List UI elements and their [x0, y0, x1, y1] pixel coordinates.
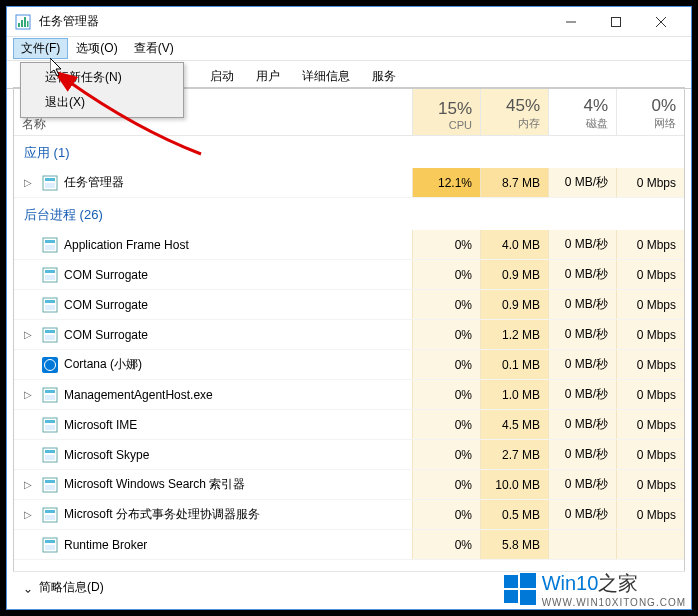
menu-view[interactable]: 查看(V) [126, 38, 182, 59]
cortana-icon [42, 357, 58, 373]
process-name: Application Frame Host [64, 238, 189, 252]
table-row[interactable]: ▷COM Surrogate0%1.2 MB0 MB/秒0 Mbps [14, 320, 684, 350]
tab-details[interactable]: 详细信息 [291, 63, 361, 89]
table-row[interactable]: ▷COM Surrogate0%0.9 MB0 MB/秒0 Mbps [14, 260, 684, 290]
cell-cpu: 0% [412, 470, 480, 499]
chevron-up-icon[interactable]: ⌃ [23, 581, 33, 595]
svg-rect-23 [45, 335, 55, 340]
tab-startup[interactable]: 启动 [199, 63, 245, 89]
cell-cpu: 0% [412, 320, 480, 349]
app-icon [42, 477, 58, 493]
table-row[interactable]: ▷Cortana (小娜)0%0.1 MB0 MB/秒0 Mbps [14, 350, 684, 380]
cell-net: 0 Mbps [616, 350, 684, 379]
svg-rect-22 [45, 330, 55, 333]
chevron-right-icon[interactable]: ▷ [24, 389, 36, 400]
col-disk-header[interactable]: 4% 磁盘 [548, 88, 616, 135]
svg-rect-14 [45, 245, 55, 250]
app-icon [42, 537, 58, 553]
app-icon [42, 417, 58, 433]
cell-net: 0 Mbps [616, 260, 684, 289]
svg-rect-1 [18, 23, 20, 27]
app-icon [42, 267, 58, 283]
windows-logo-icon [502, 571, 538, 607]
maximize-button[interactable] [593, 7, 638, 36]
cell-disk: 0 MB/秒 [548, 380, 616, 409]
cell-cpu: 0% [412, 230, 480, 259]
table-row[interactable]: ▷Microsoft Skype0%2.7 MB0 MB/秒0 Mbps [14, 440, 684, 470]
app-icon [42, 297, 58, 313]
col-mem-header[interactable]: 45% 内存 [480, 88, 548, 135]
col-net-header[interactable]: 0% 网络 [616, 88, 684, 135]
table-row[interactable]: ▷ManagementAgentHost.exe0%1.0 MB0 MB/秒0 … [14, 380, 684, 410]
process-name: Cortana (小娜) [64, 356, 142, 373]
cell-disk: 0 MB/秒 [548, 470, 616, 499]
chevron-right-icon[interactable]: ▷ [24, 509, 36, 520]
table-row[interactable]: ▷Microsoft Windows Search 索引器0%10.0 MB0 … [14, 470, 684, 500]
cell-disk: 0 MB/秒 [548, 320, 616, 349]
svg-rect-32 [45, 455, 55, 460]
app-icon [42, 175, 58, 191]
cell-net: 0 Mbps [616, 230, 684, 259]
process-name: Microsoft 分布式事务处理协调器服务 [64, 506, 260, 523]
cell-disk: 0 MB/秒 [548, 168, 616, 197]
col-cpu-header[interactable]: 15% CPU [412, 88, 480, 135]
process-name: Runtime Broker [64, 538, 147, 552]
cell-mem: 8.7 MB [480, 168, 548, 197]
taskmgr-icon [15, 14, 31, 30]
cell-disk [548, 530, 616, 559]
tab-users[interactable]: 用户 [245, 63, 291, 89]
group-apps[interactable]: 应用 (1) [14, 136, 684, 168]
process-name: COM Surrogate [64, 328, 148, 342]
svg-rect-28 [45, 420, 55, 423]
table-row[interactable]: ▷任务管理器12.1%8.7 MB0 MB/秒0 Mbps [14, 168, 684, 198]
svg-rect-25 [45, 390, 55, 393]
cell-mem: 0.5 MB [480, 500, 548, 529]
chevron-right-icon[interactable]: ▷ [24, 177, 36, 188]
svg-rect-16 [45, 270, 55, 273]
close-button[interactable] [638, 7, 683, 36]
svg-rect-13 [45, 240, 55, 243]
svg-rect-11 [45, 183, 55, 188]
menu-exit[interactable]: 退出(X) [23, 90, 181, 115]
cell-net: 0 Mbps [616, 470, 684, 499]
cell-mem: 10.0 MB [480, 470, 548, 499]
chevron-right-icon[interactable]: ▷ [24, 479, 36, 490]
process-name: Microsoft IME [64, 418, 137, 432]
cell-mem: 4.5 MB [480, 410, 548, 439]
chevron-right-icon[interactable]: ▷ [24, 329, 36, 340]
watermark: Win10之家 WWW.WIN10XITONG.COM [502, 570, 686, 608]
table-row[interactable]: ▷Microsoft IME0%4.5 MB0 MB/秒0 Mbps [14, 410, 684, 440]
table-row[interactable]: ▷Runtime Broker0%5.8 MB [14, 530, 684, 560]
cell-mem: 1.2 MB [480, 320, 548, 349]
group-background[interactable]: 后台进程 (26) [14, 198, 684, 230]
app-icon [42, 507, 58, 523]
svg-rect-34 [45, 480, 55, 483]
menu-run-new-task[interactable]: 运行新任务(N) [23, 65, 181, 90]
cell-net [616, 530, 684, 559]
table-row[interactable]: ▷Application Frame Host0%4.0 MB0 MB/秒0 M… [14, 230, 684, 260]
svg-rect-45 [520, 590, 536, 605]
cell-mem: 2.7 MB [480, 440, 548, 469]
cell-cpu: 0% [412, 350, 480, 379]
minimize-button[interactable] [548, 7, 593, 36]
cell-mem: 4.0 MB [480, 230, 548, 259]
cell-cpu: 0% [412, 440, 480, 469]
cell-mem: 5.8 MB [480, 530, 548, 559]
menu-file[interactable]: 文件(F) [13, 38, 68, 59]
cell-net: 0 Mbps [616, 380, 684, 409]
svg-rect-26 [45, 395, 55, 400]
brief-info-link[interactable]: 简略信息(D) [39, 579, 104, 596]
cell-disk: 0 MB/秒 [548, 260, 616, 289]
table-row[interactable]: ▷COM Surrogate0%0.9 MB0 MB/秒0 Mbps [14, 290, 684, 320]
svg-rect-40 [45, 540, 55, 543]
svg-rect-10 [45, 178, 55, 181]
tab-services[interactable]: 服务 [361, 63, 407, 89]
svg-rect-20 [45, 305, 55, 310]
svg-rect-43 [520, 573, 536, 588]
menu-options[interactable]: 选项(O) [68, 38, 125, 59]
svg-rect-42 [504, 575, 518, 588]
cell-cpu: 0% [412, 410, 480, 439]
svg-rect-41 [45, 545, 55, 550]
svg-rect-17 [45, 275, 55, 280]
table-row[interactable]: ▷Microsoft 分布式事务处理协调器服务0%0.5 MB0 MB/秒0 M… [14, 500, 684, 530]
